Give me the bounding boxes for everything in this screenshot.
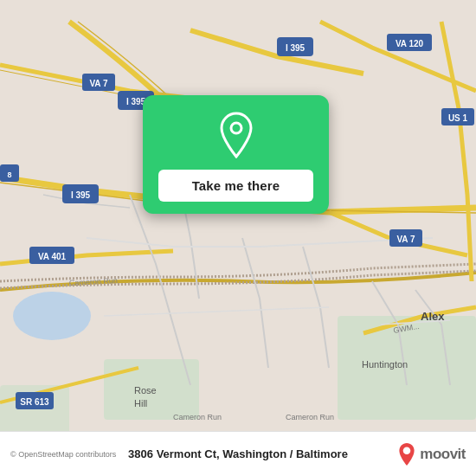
take-me-there-button[interactable]: Take me there (158, 170, 313, 202)
map-container: Cameron Run I 395 I 395 VA 7 V (0, 0, 476, 476)
map-background: Cameron Run I 395 I 395 VA 7 V (0, 0, 476, 476)
svg-text:Huntington: Huntington (362, 359, 408, 370)
location-pin-icon (212, 111, 261, 159)
svg-text:SR 613: SR 613 (20, 397, 49, 407)
svg-text:VA 120: VA 120 (396, 39, 424, 48)
moovit-logo: moovit (352, 442, 466, 466)
moovit-pin-icon (397, 442, 416, 466)
svg-point-33 (231, 123, 241, 133)
svg-point-1 (13, 292, 91, 340)
svg-text:8: 8 (7, 170, 11, 179)
svg-text:I 395: I 395 (71, 190, 91, 200)
svg-text:VA 7: VA 7 (89, 79, 108, 88)
svg-text:I 395: I 395 (286, 43, 306, 53)
bottom-bar: © OpenStreetMap contributors 3806 Vermon… (0, 431, 476, 476)
svg-text:Cameron Run: Cameron Run (173, 413, 222, 421)
svg-text:Rose: Rose (134, 385, 157, 396)
svg-text:VA 401: VA 401 (38, 252, 67, 261)
moovit-brand-label: moovit (420, 446, 466, 463)
osm-attribution: © OpenStreetMap contributors (10, 450, 125, 459)
svg-text:Alex: Alex (421, 310, 445, 323)
svg-text:US 1: US 1 (448, 113, 468, 123)
svg-text:Cameron Run: Cameron Run (286, 413, 334, 421)
svg-point-34 (403, 447, 411, 454)
svg-text:VA 7: VA 7 (396, 235, 415, 244)
address-label: 3806 Vermont Ct, Washington / Baltimore (125, 447, 352, 460)
svg-text:Hill: Hill (134, 398, 147, 408)
popup-card: Take me there (143, 95, 329, 214)
